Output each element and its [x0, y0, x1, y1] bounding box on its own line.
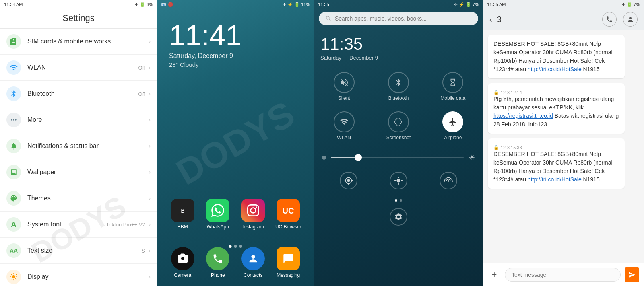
dock-phone[interactable]: Phone — [204, 247, 232, 278]
whatsapp-label: WhatsApp — [207, 224, 229, 230]
svg-text:UC: UC — [283, 206, 294, 215]
settings-item-sim[interactable]: SIM cards & mobile networks › — [0, 29, 157, 55]
settings-title-bar: Settings — [0, 9, 157, 29]
settings-item-themes[interactable]: Themes › — [0, 185, 157, 212]
messaging-icon — [277, 247, 300, 270]
msg-timestamp-3: 🔒 12-8 15:38 — [493, 145, 619, 150]
themes-label: Themes — [27, 195, 149, 202]
silent-toggle-circle — [334, 72, 355, 93]
battery-icon: 🔋 11% — [294, 2, 310, 7]
toggle-screenshot[interactable]: Screenshot — [372, 107, 425, 145]
systemfont-label: System font — [27, 221, 106, 228]
charging-icon: ⚡ — [459, 2, 464, 7]
call-button[interactable] — [602, 12, 617, 27]
sim-label: SIM cards & mobile networks — [27, 38, 149, 45]
msg-link-3[interactable]: http://tri.co.id/HotSale — [528, 176, 582, 183]
profile-button[interactable] — [623, 12, 638, 27]
msg-header: ‹ 3 — [483, 9, 644, 30]
camera-label: Camera — [174, 272, 191, 278]
toggle-wlan[interactable]: WLAN — [317, 107, 371, 145]
app-row-1: B BBM WhatsApp Instagram UC UC — [165, 199, 306, 230]
msg-text-1: DESEMBER HOT SALE! 8GB+80mnt Nelp keSemu… — [493, 40, 619, 74]
airplane-toggle-circle — [442, 111, 463, 132]
home-status-icons: ✈ ⚡ 🔋 11% — [283, 2, 310, 7]
display-label: Display — [27, 273, 149, 280]
display-chevron: › — [149, 273, 151, 280]
settings-item-systemfont[interactable]: A System font Tekton Pro++ V2 › — [0, 212, 157, 238]
brightness-thumb[interactable] — [355, 154, 362, 161]
settings-item-bluetooth[interactable]: Bluetooth Off › — [0, 81, 157, 107]
msg-link-1[interactable]: http://tri.co.id/HotSale — [528, 66, 582, 72]
gps-toggle[interactable] — [340, 172, 357, 189]
settings-item-textsize[interactable]: AA Text size S › — [0, 238, 157, 264]
contacts-icon — [242, 247, 265, 270]
airplane-icon: ✈ — [135, 2, 138, 7]
quick-search-bar[interactable] — [319, 12, 478, 25]
add-attachment-button[interactable]: + — [488, 268, 501, 281]
toggle-silent[interactable]: Silent — [317, 67, 371, 106]
dock-messaging[interactable]: Messaging — [274, 247, 302, 278]
send-button[interactable] — [625, 267, 639, 282]
sim-icon — [6, 34, 21, 49]
more-icon — [6, 113, 21, 127]
brightness-toggle[interactable] — [390, 172, 407, 189]
app-ucbrowser[interactable]: UC UC Browser — [274, 199, 302, 230]
settings-panel: 11:34 AM ✈ 🔋 6% Settings SIM cards & mob… — [0, 0, 157, 286]
wallpaper-icon — [6, 165, 21, 179]
wlan-toggle-circle — [334, 111, 355, 132]
themes-text: Themes — [27, 195, 149, 202]
home-app-icons: 📧 🔴 — [161, 2, 173, 7]
sim-text: SIM cards & mobile networks — [27, 38, 149, 45]
home-time: 11:41 — [169, 21, 302, 50]
message-input[interactable] — [505, 268, 621, 282]
quick-dot-1 — [395, 199, 397, 202]
search-icon — [325, 15, 332, 22]
settings-item-wlan[interactable]: WLAN Off › — [0, 55, 157, 81]
brightness-slider[interactable] — [331, 157, 464, 158]
notifications-chevron: › — [149, 142, 151, 150]
dock-contacts[interactable]: Contacts — [239, 247, 267, 278]
home-date: Saturday, December 9 — [169, 52, 302, 60]
wallpaper-text: Wallpaper — [27, 169, 149, 176]
bbm-label: BBM — [178, 224, 188, 230]
toggle-bluetooth[interactable]: Bluetooth — [372, 67, 425, 106]
app-bbm[interactable]: B BBM — [169, 199, 197, 230]
app-instagram[interactable]: Instagram — [239, 199, 267, 230]
brightness-row[interactable]: ☀ — [314, 150, 483, 165]
notifications-text: Notifications & status bar — [27, 142, 149, 150]
toggle-mobile-data[interactable]: Mobile data — [426, 67, 480, 106]
settings-item-more[interactable]: More › — [0, 107, 157, 133]
settings-item-wallpaper[interactable]: Wallpaper › — [0, 159, 157, 185]
settings-shortcut[interactable] — [390, 208, 407, 226]
quick-clock-area: 11:35 Saturday December 9 — [314, 28, 483, 62]
camera-icon — [171, 247, 194, 270]
toggle-airplane[interactable]: Airplane — [426, 107, 480, 145]
msg-bubble-2: 🔒 12-8 12:14 Plg Yth, pemerintah mewajib… — [488, 83, 625, 134]
home-dock: Camera Phone Contacts Messaging — [157, 247, 314, 278]
hotspot-toggle[interactable] — [440, 172, 457, 189]
settings-item-notifications[interactable]: Notifications & status bar › — [0, 133, 157, 159]
screenshot-toggle-circle — [388, 111, 409, 132]
sim-chevron: › — [149, 38, 151, 45]
wlan-value: Off — [138, 65, 145, 71]
app-whatsapp[interactable]: WhatsApp — [204, 199, 232, 230]
instagram-label: Instagram — [242, 224, 264, 230]
settings-status-bar: 11:34 AM ✈ 🔋 6% — [0, 0, 157, 9]
dock-camera[interactable]: Camera — [169, 247, 197, 278]
brightness-fill — [331, 157, 357, 158]
brightness-sun-icon: ☀ — [469, 153, 475, 162]
msg-status-bar: 11:35 AM ✈ 🔋 7% — [483, 0, 644, 9]
brightness-dot-icon — [322, 156, 326, 160]
quick-status-bar: 11:35 ✈ ⚡ 🔋 7% — [314, 0, 483, 9]
mobile-data-label: Mobile data — [440, 95, 465, 101]
msg-body: DESEMBER HOT SALE! 8GB+80mnt Nelp keSemu… — [483, 30, 644, 263]
search-input[interactable] — [335, 15, 472, 22]
settings-status-icons: ✈ 🔋 6% — [135, 2, 153, 7]
msg-link-2[interactable]: https://registrasi.tri.co.id — [493, 113, 553, 119]
quick-time: 11:35 — [318, 2, 329, 7]
wallpaper-chevron: › — [149, 169, 151, 176]
back-button[interactable]: ‹ — [489, 15, 492, 24]
settings-item-display[interactable]: Display › — [0, 264, 157, 286]
more-chevron: › — [149, 116, 151, 123]
display-icon — [6, 270, 21, 284]
